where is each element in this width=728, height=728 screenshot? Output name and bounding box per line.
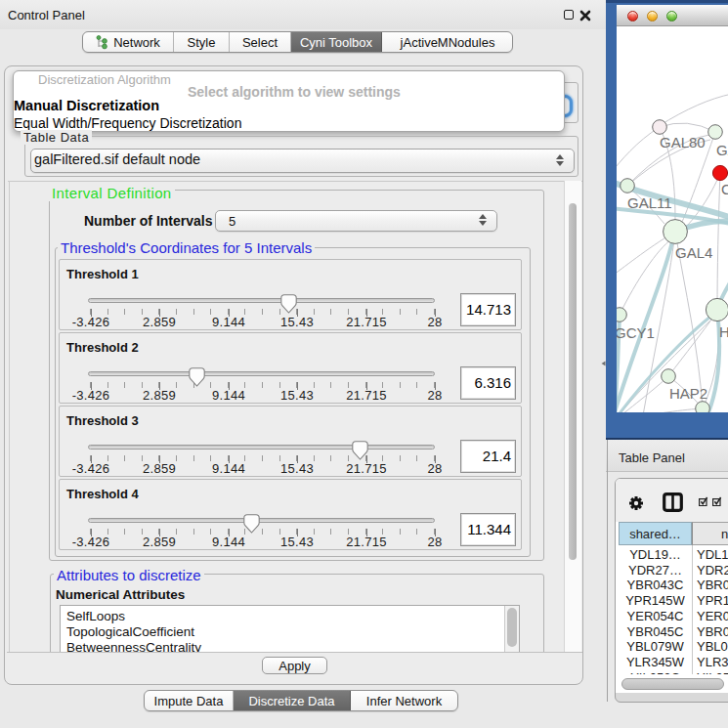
svg-text:GAL80: GAL80 xyxy=(660,134,706,150)
svg-text:GCY1: GCY1 xyxy=(617,324,655,341)
svg-text:HIS4: HIS4 xyxy=(719,323,728,340)
svg-text:GAL4: GAL4 xyxy=(675,244,712,261)
svg-text:GAL11: GAL11 xyxy=(627,194,672,211)
svg-text:GAL7: GAL7 xyxy=(716,142,728,158)
svg-text:CRM1: CRM1 xyxy=(721,181,728,197)
svg-text:HAP2: HAP2 xyxy=(669,385,707,402)
